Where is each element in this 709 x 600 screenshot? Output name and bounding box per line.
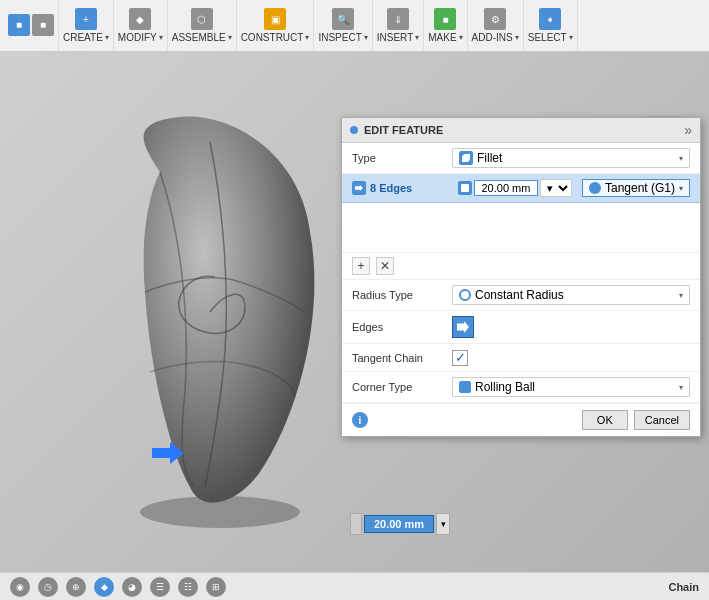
panel-header: EDIT FEATURE » bbox=[342, 118, 700, 143]
dim-bottom: ▾ bbox=[350, 513, 450, 535]
status-icon-6[interactable]: ☰ bbox=[150, 577, 170, 597]
status-icon-8[interactable]: ⊞ bbox=[206, 577, 226, 597]
ok-button[interactable]: OK bbox=[582, 410, 628, 430]
dim-input-edges[interactable] bbox=[474, 180, 538, 196]
toolbar-group-misc[interactable]: ■ ■ bbox=[4, 0, 59, 51]
tangent-dropdown-arrow: ▾ bbox=[679, 184, 683, 193]
toolbar-icon-2: ■ bbox=[32, 14, 54, 36]
make-icon: ■ bbox=[434, 8, 456, 30]
cancel-button[interactable]: Cancel bbox=[634, 410, 690, 430]
edges-input-group: ▾ Tangent (G1) ▾ bbox=[458, 179, 690, 197]
corner-type-row: Corner Type Rolling Ball ▾ bbox=[342, 372, 700, 403]
toolbar-group-create[interactable]: + CREATE ▾ bbox=[59, 0, 114, 51]
toolbar-group-addins[interactable]: ⚙ ADD-INS ▾ bbox=[468, 0, 524, 51]
svg-marker-1 bbox=[152, 442, 184, 464]
tangent-group[interactable]: Tangent (G1) ▾ bbox=[582, 179, 690, 197]
radius-type-label: Radius Type bbox=[352, 289, 452, 301]
status-bar: ◉ ◷ ⊕ ◆ ◕ ☰ ☷ ⊞ Chain bbox=[0, 572, 709, 600]
edge-selector-button[interactable] bbox=[452, 316, 474, 338]
toolbar-group-assemble[interactable]: ⬡ ASSEMBLE ▾ bbox=[168, 0, 237, 51]
inspect-arrow: ▾ bbox=[364, 33, 368, 42]
radius-type-row: Radius Type Constant Radius ▾ bbox=[342, 280, 700, 311]
empty-area bbox=[342, 203, 700, 253]
type-value: Fillet bbox=[477, 151, 502, 165]
action-row: + ✕ bbox=[342, 253, 700, 280]
dim-bottom-input[interactable] bbox=[364, 515, 434, 533]
inspect-label: INSPECT bbox=[318, 32, 361, 43]
status-icon-7[interactable]: ☷ bbox=[178, 577, 198, 597]
status-icon-3[interactable]: ⊕ bbox=[66, 577, 86, 597]
type-label: Type bbox=[352, 152, 452, 164]
dim-dropdown-btn[interactable]: ▾ bbox=[436, 513, 450, 535]
fillet-icon bbox=[459, 151, 473, 165]
addins-label: ADD-INS bbox=[472, 32, 513, 43]
addins-icon: ⚙ bbox=[484, 8, 506, 30]
assemble-arrow: ▾ bbox=[228, 33, 232, 42]
info-icon[interactable]: i bbox=[352, 412, 368, 428]
edge-select-icon bbox=[457, 321, 469, 333]
checkbox-check-icon: ✓ bbox=[455, 351, 466, 364]
insert-arrow: ▾ bbox=[415, 33, 419, 42]
assemble-label: ASSEMBLE bbox=[172, 32, 226, 43]
toolbar-group-insert[interactable]: ⇓ INSERT ▾ bbox=[373, 0, 425, 51]
edges-row-icon bbox=[352, 181, 366, 195]
select-icon: ➧ bbox=[539, 8, 561, 30]
remove-button[interactable]: ✕ bbox=[376, 257, 394, 275]
radius-type-select[interactable]: Constant Radius ▾ bbox=[452, 285, 690, 305]
edges-row[interactable]: 8 Edges ▾ Tangent (G1) ▾ bbox=[342, 174, 700, 203]
construct-label: CONSTRUCT bbox=[241, 32, 304, 43]
corner-type-select[interactable]: Rolling Ball ▾ bbox=[452, 377, 690, 397]
modify-arrow: ▾ bbox=[159, 33, 163, 42]
create-label: CREATE bbox=[63, 32, 103, 43]
rolling-ball-icon bbox=[459, 381, 471, 393]
create-icon: + bbox=[75, 8, 97, 30]
create-arrow: ▾ bbox=[105, 33, 109, 42]
type-dropdown-arrow: ▾ bbox=[679, 154, 683, 163]
toolbar-icon-1: ■ bbox=[8, 14, 30, 36]
panel-dot-icon bbox=[350, 126, 358, 134]
insert-label: INSERT bbox=[377, 32, 414, 43]
panel-title: EDIT FEATURE bbox=[364, 124, 443, 136]
tangent-chain-label: Tangent Chain bbox=[352, 352, 452, 364]
tangent-chain-row: Tangent Chain ✓ bbox=[342, 344, 700, 372]
toolbar-group-inspect[interactable]: 🔍 INSPECT ▾ bbox=[314, 0, 372, 51]
insert-icon: ⇓ bbox=[387, 8, 409, 30]
radius-type-arrow: ▾ bbox=[679, 291, 683, 300]
corner-type-arrow: ▾ bbox=[679, 383, 683, 392]
add-button[interactable]: + bbox=[352, 257, 370, 275]
canvas-area[interactable]: Z X RIGHT EDIT FEATURE » Ty bbox=[0, 52, 709, 600]
corner-type-label: Corner Type bbox=[352, 381, 452, 393]
tangent-icon bbox=[589, 182, 601, 194]
modify-icon: ◆ bbox=[129, 8, 151, 30]
toolbar-group-modify[interactable]: ◆ MODIFY ▾ bbox=[114, 0, 168, 51]
tangent-chain-checkbox[interactable]: ✓ bbox=[452, 350, 468, 366]
panel-footer: i OK Cancel bbox=[342, 403, 700, 436]
type-select[interactable]: Fillet ▾ bbox=[452, 148, 690, 168]
panel-body: Type Fillet ▾ bbox=[342, 143, 700, 403]
assemble-icon: ⬡ bbox=[191, 8, 213, 30]
arrow-indicator bbox=[152, 442, 184, 470]
toolbar: ■ ■ + CREATE ▾ ◆ MODIFY ▾ ⬡ ASSEMBLE ▾ ▣ bbox=[0, 0, 709, 52]
toolbar-group-select[interactable]: ➧ SELECT ▾ bbox=[524, 0, 578, 51]
status-icon-1[interactable]: ◉ bbox=[10, 577, 30, 597]
toolbar-group-construct[interactable]: ▣ CONSTRUCT ▾ bbox=[237, 0, 315, 51]
status-icon-5[interactable]: ◕ bbox=[122, 577, 142, 597]
edit-feature-panel: EDIT FEATURE » Type Fillet ▾ bbox=[341, 117, 701, 437]
edges-badge: 8 Edges bbox=[370, 182, 412, 194]
select-label: SELECT bbox=[528, 32, 567, 43]
dim-icon bbox=[458, 181, 472, 195]
status-icon-4[interactable]: ◆ bbox=[94, 577, 114, 597]
radius-type-value: Constant Radius bbox=[475, 288, 564, 302]
3d-shape bbox=[80, 112, 360, 532]
construct-icon: ▣ bbox=[264, 8, 286, 30]
tangent-label: Tangent (G1) bbox=[605, 181, 675, 195]
dim-box-left bbox=[350, 513, 362, 535]
panel-collapse-button[interactable]: » bbox=[684, 122, 692, 138]
select-arrow: ▾ bbox=[569, 33, 573, 42]
toolbar-group-make[interactable]: ■ MAKE ▾ bbox=[424, 0, 467, 51]
status-icon-2[interactable]: ◷ bbox=[38, 577, 58, 597]
dim-unit-select[interactable]: ▾ bbox=[540, 179, 572, 197]
corner-type-value: Rolling Ball bbox=[475, 380, 535, 394]
make-arrow: ▾ bbox=[459, 33, 463, 42]
modify-label: MODIFY bbox=[118, 32, 157, 43]
